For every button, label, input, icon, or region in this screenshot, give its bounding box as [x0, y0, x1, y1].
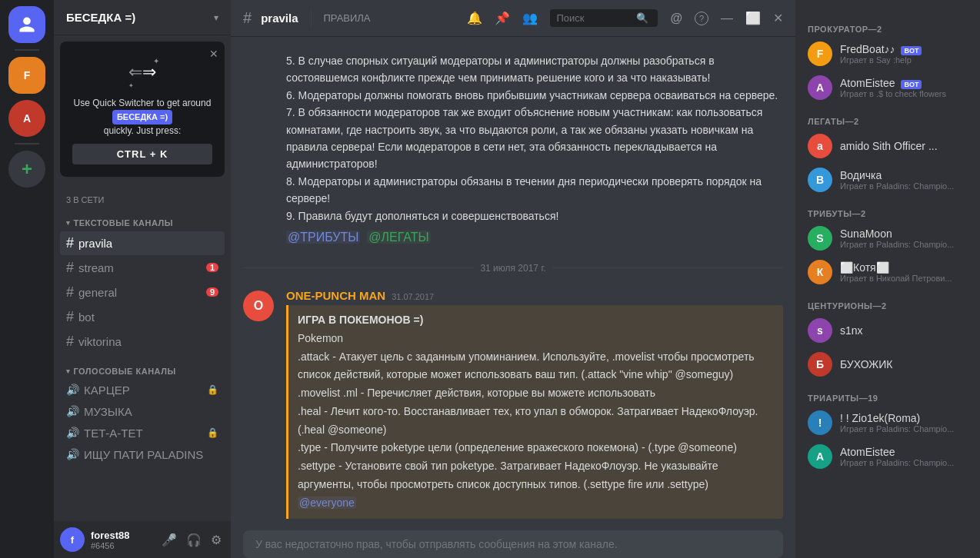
channel-stream[interactable]: # stream 1 [60, 256, 225, 280]
members-category-triarites: ТРИАРИТЫ—19 [802, 387, 974, 406]
message-text: ИГРА В ПОКЕМОНОВ =) Pokemon .attack - Ат… [298, 311, 774, 513]
mentions-line: @ТРИБУТЫ @ЛЕГАТЫ [286, 231, 783, 244]
member-buhozhik[interactable]: Б БУХОЖИК [802, 347, 974, 381]
server-sidebar: F A + [0, 0, 54, 558]
channel-name: bot [78, 311, 95, 324]
mute-button[interactable]: 🎤 [158, 530, 180, 550]
channel-list: 3 В СЕТИ ▾ ТЕКСТОВЫЕ КАНАЛЫ # pravila # … [54, 183, 231, 521]
arrows-icon: ⇐ ⇒ ✦ ✦ [124, 54, 161, 91]
settings-button[interactable]: ⚙ [208, 530, 225, 550]
header-icons: 🔔 📌 👥 🔍 @ ? — ⬜ ✕ [467, 9, 783, 27]
tooltip-icon: ⇐ ⇒ ✦ ✦ [72, 54, 212, 91]
category-arrow-icon: ▾ [66, 219, 71, 227]
channel-topic: ПРАВИЛА [324, 12, 462, 24]
chat-header: # pravila ПРАВИЛА 🔔 📌 👥 🔍 @ ? — ⬜ ✕ [231, 0, 795, 37]
bell-icon[interactable]: 🔔 [467, 11, 482, 25]
lock-icon: 🔒 [207, 384, 218, 395]
member-name: БУХОЖИК [840, 358, 968, 370]
member-info: ! ! Zio1ek(Roma) Играет в Paladins: Cham… [840, 412, 968, 433]
search-input[interactable] [556, 12, 633, 24]
members-icon[interactable]: 👥 [522, 11, 538, 25]
member-fredboat[interactable]: F FredBoat♪♪ BOT Играет в Say :help [802, 37, 974, 71]
help-icon[interactable]: ? [695, 12, 708, 25]
hash-icon: # [66, 309, 74, 325]
channel-general[interactable]: # general 9 [60, 281, 225, 304]
member-info: AtomEistee BOT Играет в .$ to check flow… [840, 77, 968, 98]
server-a[interactable]: A [8, 100, 45, 137]
deafen-button[interactable]: 🎧 [183, 530, 205, 550]
hash-icon: # [66, 334, 74, 350]
search-icon: 🔍 [636, 12, 648, 24]
message-group-1: O ONE-PUNCH MAN 31.07.2017 ИГРА В ПОКЕМО… [231, 286, 795, 522]
user-controls: 🎤 🎧 ⚙ [158, 530, 225, 550]
speaker-icon: 🔊 [66, 384, 79, 396]
voice-channel-paladins[interactable]: 🔊 ИЩУ ПАТИ PALADINS [60, 444, 225, 465]
member-avatar: В [808, 168, 832, 192]
message-content: ONE-PUNCH MAN 31.07.2017 ИГРА В ПОКЕМОНО… [286, 289, 783, 519]
member-name: s1nx [840, 324, 968, 337]
rules-text: 5. В случае спорных ситуаций модераторы … [286, 52, 783, 224]
date-divider-1: 31 июля 2017 г. [231, 251, 795, 286]
tooltip-server-label: БЕСЕДКА =) [112, 110, 172, 125]
members-category-prokurator: ПРОКУРАТОР—2 [802, 18, 974, 37]
member-zio1ek[interactable]: ! ! ! Zio1ek(Roma) Играет в Paladins: Ch… [802, 406, 974, 440]
mention-legaty: @ЛЕГАТЫ [367, 231, 430, 244]
member-info: SunaMoon Играет в Paladins: Champio... [840, 228, 968, 249]
channel-name: stream [78, 261, 114, 274]
channel-viktorina[interactable]: # viktorina [60, 330, 225, 354]
minimize-icon[interactable]: — [721, 12, 733, 25]
member-status: Играет в Paladins: Champio... [840, 458, 968, 467]
tooltip-close-button[interactable]: ✕ [209, 48, 218, 60]
voice-channel-karcer[interactable]: 🔊 КАРЦЕР 🔒 [60, 380, 225, 400]
maximize-icon[interactable]: ⬜ [745, 11, 761, 25]
search-bar[interactable]: 🔍 [550, 9, 658, 27]
member-avatar: s [808, 318, 832, 343]
member-info: AtomEistee Играет в Paladins: Champio... [840, 446, 968, 467]
member-info: s1nx [840, 324, 968, 337]
channel-bot[interactable]: # bot [60, 305, 225, 329]
member-status: Играет в Paladins: Champio... [840, 240, 968, 249]
server-title: БЕСЕДКА =) [66, 11, 135, 24]
member-avatar: a [808, 134, 832, 158]
category-arrow-icon: ▾ [66, 367, 71, 375]
member-status: Играет в Paladins: Champio... [840, 424, 968, 433]
message-timestamp: 31.07.2017 [392, 292, 434, 301]
member-s1nx[interactable]: s s1nx [802, 314, 974, 347]
voice-channels-category[interactable]: ▾ ГОЛОСОВЫЕ КАНАЛЫ [54, 354, 231, 379]
member-sunamoon[interactable]: S SunaMoon Играет в Paladins: Champio... [802, 221, 974, 255]
channel-pravila[interactable]: # pravila [60, 231, 225, 255]
member-kotya[interactable]: К ⬜Котя⬜ Играет в Николай Петрови... [802, 255, 974, 289]
member-info: amido Sith Officer ... [840, 140, 968, 152]
member-status: Играет в Say :help [840, 55, 968, 65]
member-amido[interactable]: a amido Sith Officer ... [802, 129, 974, 163]
member-atomeistee2[interactable]: A AtomEistee Играет в Paladins: Champio.… [802, 440, 974, 473]
member-vodichka[interactable]: В Водичка Играет в Paladins: Champio... [802, 163, 974, 197]
text-channels-category[interactable]: ▾ ТЕКСТОВЫЕ КАНАЛЫ [54, 206, 231, 231]
pin-icon[interactable]: 📌 [495, 11, 510, 25]
member-name: FredBoat♪♪ BOT [840, 43, 968, 55]
server-name-header[interactable]: БЕСЕДКА =) ▾ [54, 0, 231, 35]
member-atom[interactable]: A AtomEistee BOT Играет в .$ to check fl… [802, 71, 974, 105]
divider-line [552, 267, 783, 268]
member-status: Играет в .$ to check flowers [840, 89, 968, 98]
mention-icon[interactable]: @ [670, 12, 682, 25]
message-author[interactable]: ONE-PUNCH MAN [286, 289, 385, 302]
member-avatar: A [808, 444, 832, 469]
user-info: forest88 #6456 [91, 530, 152, 550]
user-panel: f forest88 #6456 🎤 🎧 ⚙ [54, 521, 231, 558]
hash-icon: # [66, 260, 74, 276]
mention-tributes: @ТРИБУТЫ [286, 231, 360, 244]
server-divider-2 [15, 143, 39, 144]
member-name: AtomEistee BOT [840, 77, 968, 89]
add-server-button[interactable]: + [8, 151, 45, 188]
bot-badge: BOT [901, 46, 922, 55]
server-f[interactable]: F [8, 57, 45, 94]
server-friends[interactable] [8, 6, 45, 43]
voice-channel-muzyka[interactable]: 🔊 МУЗЫКА [60, 401, 225, 422]
member-name: ⬜Котя⬜ [840, 261, 968, 274]
member-avatar: К [808, 260, 832, 284]
voice-channel-tet[interactable]: 🔊 ТЕТ-А-ТЕТ 🔒 [60, 423, 225, 443]
channel-hash-icon: # [243, 9, 252, 27]
close-icon[interactable]: ✕ [773, 11, 783, 25]
member-avatar: F [808, 42, 832, 66]
